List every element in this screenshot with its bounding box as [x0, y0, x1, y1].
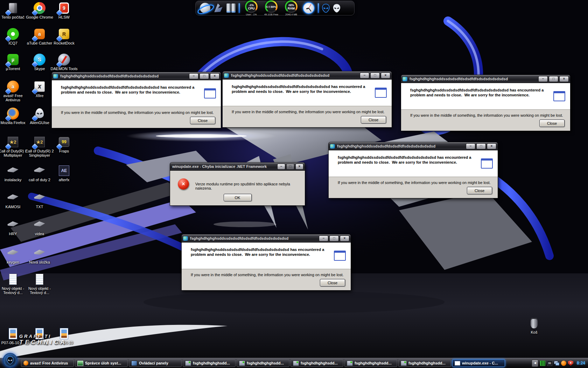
close-icon[interactable]: × — [210, 73, 219, 79]
close-icon[interactable]: × — [340, 236, 349, 241]
error-dialog-4[interactable]: fsghghdhghghsddssdsdsdfdsdsdfdfsdsdsdsds… — [328, 142, 498, 198]
alien-head-white-icon[interactable] — [333, 4, 341, 13]
maximize-button[interactable]: □ — [549, 76, 558, 82]
minimize-button[interactable]: – — [360, 73, 369, 79]
start-button[interactable] — [3, 353, 18, 368]
desktop-icon-hlsw[interactable]: 9 HLSW — [49, 2, 79, 19]
tray-expand-button[interactable]: ◀ — [532, 360, 538, 367]
close-button[interactable]: Close — [190, 117, 215, 124]
dialog-titlebar[interactable]: winupdate.exe - Chyba inicializace .NET … — [170, 162, 305, 171]
taskbar-button-fsgh-5[interactable]: fsghghdhghghsdd... — [398, 359, 451, 367]
minimize-button[interactable]: – — [189, 73, 198, 79]
close-button[interactable]: Close — [467, 187, 492, 194]
taskbar-button-avast[interactable]: avast! Free Antivirus — [21, 359, 74, 367]
security-alert-tray-icon[interactable]: × — [568, 361, 573, 366]
icon-label: RocketDock — [49, 41, 79, 45]
taskbar-button-fsgh-4[interactable]: fsghghdhghghsdd... — [344, 359, 397, 367]
application-icon — [185, 361, 191, 366]
close-icon[interactable]: × — [381, 73, 390, 79]
desktop-icon-tento-pocitac[interactable]: Tento počítač — [0, 2, 28, 19]
maximize-button[interactable]: □ — [200, 73, 209, 79]
desktop-icon-fraps[interactable]: 99 Fraps — [49, 136, 79, 153]
error-dialog-1[interactable]: fsghghdhghghsddssdsdsdfdsdsdfdfsdsdsdsds… — [51, 72, 221, 128]
dialog-title: fsghghdhghghsddssdsdsdfdsdsdfdfsdsdsdsds… — [190, 236, 318, 240]
dialog-titlebar[interactable]: fsghghdhghghsddssdsdsdfdsdsdfdfsdsdsdsds… — [401, 75, 570, 83]
mail-tray-icon[interactable]: ✉ — [547, 361, 552, 366]
minimize-button[interactable]: – — [538, 76, 548, 82]
error-dialog-3[interactable]: fsghghdhghghsddssdsdsdfdsdsdfdfsdsdsdsds… — [401, 75, 570, 131]
close-button[interactable]: Close — [361, 116, 386, 123]
control-panel-icon — [131, 361, 137, 366]
maximize-button[interactable]: □ — [370, 73, 380, 79]
desktop-icon-hry[interactable]: HRY — [0, 219, 28, 236]
desktop-icon-avast[interactable]: a avast! Free Antivirus — [0, 81, 28, 102]
error-dialog-2[interactable]: fsghghdhghghsddssdsdsdfdsdsdfdfsdsdsdsds… — [222, 71, 392, 128]
taskbar-button-control-panel[interactable]: Ovládací panely — [129, 359, 182, 367]
servers-icon[interactable] — [226, 4, 236, 13]
close-button[interactable]: Close — [320, 279, 345, 286]
error-submessage: If you were in the middle of something, … — [61, 110, 215, 115]
dialog-titlebar[interactable]: fsghghdhghghsddssdsdsdfdsdsdfdfsdsdsdsds… — [181, 234, 351, 243]
desktop-icon-videa[interactable]: videa — [25, 219, 54, 236]
close-button[interactable]: Close — [539, 120, 565, 127]
icon-label: Call of Duty(R) 2 Multiplayer — [0, 149, 28, 157]
desktop-icon-txt[interactable]: TXT — [25, 192, 54, 209]
taskbar-button-fsgh-2[interactable]: fsghghdhghghsdd... — [237, 359, 289, 367]
ram-gauge[interactable]: 28% RAM 2046.4 MB — [283, 0, 300, 16]
minimize-button[interactable]: – — [319, 236, 328, 241]
error-report-window-icon — [481, 158, 493, 169]
ok-button[interactable]: OK — [224, 194, 252, 201]
desktop-icon-utorrent[interactable]: µ µTorrent — [0, 54, 28, 71]
close-icon[interactable]: × — [295, 164, 303, 170]
icon-label: Koš — [519, 330, 549, 334]
analog-clock-icon[interactable] — [303, 2, 315, 14]
taskbar-clock[interactable]: 8:24 — [577, 361, 585, 366]
dialog-titlebar[interactable]: fsghghdhghghsddssdsdsdfdsdsdfdfsdsdsdsds… — [51, 72, 221, 80]
maximize-button[interactable]: □ — [286, 164, 294, 170]
abstract-claw-icon[interactable] — [214, 3, 223, 13]
maximize-button[interactable]: □ — [329, 236, 339, 241]
minimize-button[interactable]: – — [466, 143, 475, 149]
desktop-icon-keygen[interactable]: keygen — [0, 247, 28, 264]
dialog-titlebar[interactable]: fsghghdhghghsddssdsdsdfdsdsdfdfsdsdsdsds… — [222, 71, 392, 80]
maximize-button[interactable]: □ — [476, 143, 486, 149]
cpu-gauge[interactable]: -1% CPU User: -1% — [243, 0, 260, 16]
desktop-icon-cod2-multiplayer[interactable]: ★2 Call of Duty(R) 2 Multiplayer — [0, 136, 28, 157]
app-icon — [183, 236, 188, 241]
taskbar-button-fsgh-3[interactable]: fsghghdhghghsdd... — [290, 359, 343, 367]
close-icon[interactable]: × — [559, 76, 569, 82]
performance-monitor-tray-icon[interactable] — [540, 361, 545, 366]
error-message: fsghghdhghghsddssdsdsdfdsdsdfdfsdsdsdsds… — [61, 85, 204, 102]
desktop-icon-icq7[interactable]: ICQ7 — [0, 28, 28, 45]
internet-globe-icon[interactable] — [200, 3, 210, 13]
desktop-icon-novy-objekt-1[interactable]: Nový objekt - Textový d... — [0, 273, 28, 295]
taskbar-button-task-manager[interactable]: Správce úloh syst... — [75, 359, 128, 367]
error-dialog-5[interactable]: fsghghdhghghsddssdsdsdfdsdsdfdfsdsdsdsds… — [181, 234, 351, 291]
desktop-icon-instalacky[interactable]: instalacky — [0, 165, 28, 182]
desktop-icon-daemon-tools[interactable]: DAEMON Tools — [49, 54, 79, 71]
avast-tray-icon[interactable] — [561, 361, 566, 366]
folder-icon — [34, 192, 46, 204]
net-framework-error-dialog[interactable]: winupdate.exe - Chyba inicializace .NET … — [170, 162, 305, 206]
desktop-icon-mozilla-firefox[interactable]: Mozilla Firefox — [0, 108, 28, 125]
desktop-icon-kos[interactable]: Koš — [519, 317, 549, 334]
network-tray-icon[interactable] — [554, 361, 559, 366]
app-icon — [330, 144, 335, 149]
taskbar-button-fsgh-1[interactable]: fsghghdhghghsdd... — [183, 359, 236, 367]
desktop-icon-afterfx[interactable]: AE afterfx — [49, 165, 79, 182]
desktop-icon-nova-slozka[interactable]: Nová složka — [25, 247, 54, 264]
minimize-button[interactable]: – — [277, 164, 285, 170]
disk-gauge[interactable]: C:\ 66% 49.1GB Free — [263, 0, 280, 16]
dialog-titlebar[interactable]: fsghghdhghghsddssdsdsdfdsdsdfdfsdsdsdsds… — [328, 142, 498, 150]
ram-value: 28% — [288, 4, 294, 7]
desktop-icon-novy-objekt-2[interactable]: Nový objekt - Textový d... — [25, 273, 54, 295]
desktop-icon-kamosi[interactable]: KAMOSI — [0, 192, 28, 209]
taskbar-button-winupdate[interactable]: winupdate.exe - C... — [452, 359, 505, 367]
alien-head-blue-icon[interactable] — [322, 4, 330, 13]
desktop-icon-alienguise[interactable]: AlienGUIse — [25, 108, 54, 125]
desktop-icon-xfire[interactable]: X Xfire — [25, 81, 54, 98]
desktop-icon-rocketdock[interactable]: R RocketDock — [49, 28, 79, 45]
alien-start-icon — [7, 356, 14, 364]
close-icon[interactable]: × — [487, 143, 496, 149]
folder-icon — [7, 192, 19, 204]
